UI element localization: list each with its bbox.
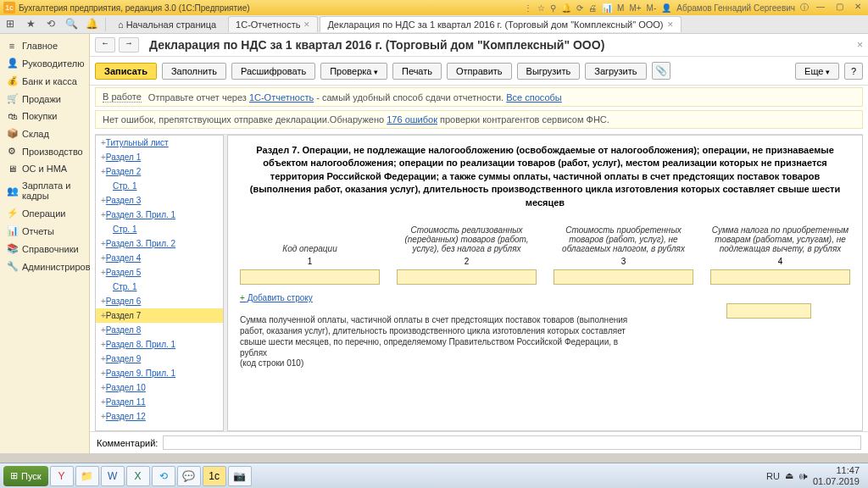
task-icon[interactable]: 📁 <box>75 466 99 486</box>
apps-icon[interactable]: ⊞ <box>3 18 17 31</box>
send-button[interactable]: Отправить <box>447 63 512 80</box>
info-icon[interactable]: ⓘ <box>800 2 809 14</box>
section-item[interactable]: Стр. 1 <box>96 222 223 236</box>
sidebar-item[interactable]: 👥Зарплата и кадры <box>0 177 89 204</box>
export-button[interactable]: Выгрузить <box>517 63 581 80</box>
import-button[interactable]: Загрузить <box>585 63 646 80</box>
windows-taskbar: ⊞Пуск Y 📁 W X ⟲ 💬 1c 📷 RU ⏏ 🕪 11:47 01.0… <box>0 463 868 488</box>
sidebar-item[interactable]: 👤Руководителю <box>0 54 89 72</box>
sections-tree: Титульный листРаздел 1Раздел 2Стр. 1Разд… <box>95 135 224 431</box>
task-icon[interactable]: W <box>101 466 125 486</box>
window-title: Бухгалтерия предприятия, редакция 3.0 (1… <box>19 3 250 13</box>
col-input[interactable] <box>397 269 537 285</box>
icon[interactable]: ⚲ <box>550 3 556 13</box>
sidebar-item[interactable]: 📦Склад <box>0 125 89 142</box>
close-page-button[interactable]: × <box>857 39 863 51</box>
icon[interactable]: 🔔 <box>561 3 571 13</box>
sidebar-item[interactable]: 🛍Покупки <box>0 108 89 125</box>
close-icon[interactable]: ✕ <box>667 20 674 29</box>
attach-button[interactable]: 📎 <box>652 62 670 80</box>
print-button[interactable]: Печать <box>392 63 442 80</box>
section-item[interactable]: Раздел 1 <box>96 150 223 164</box>
section-item[interactable]: Стр. 1 <box>96 179 223 193</box>
task-icon[interactable]: X <box>126 466 150 486</box>
back-button[interactable]: ← <box>95 37 115 53</box>
more-button[interactable]: Еще <box>795 63 839 80</box>
sidebar-item[interactable]: 📊Отчеты <box>0 222 89 240</box>
maximize-button[interactable]: ▢ <box>832 2 846 14</box>
minimize-button[interactable]: — <box>814 2 827 14</box>
col-input[interactable] <box>710 269 850 285</box>
check-button[interactable]: Проверка <box>320 63 387 80</box>
write-button[interactable]: Записать <box>95 63 157 80</box>
sidebar-item[interactable]: ⚙Производство <box>0 142 89 160</box>
close-button[interactable]: ✕ <box>851 2 865 14</box>
section-item[interactable]: Раздел 7 <box>96 308 223 323</box>
user-icon[interactable]: 👤 <box>661 3 671 13</box>
sidebar-item[interactable]: 🔧Администрирование <box>0 258 89 275</box>
tray-icon[interactable]: 🕪 <box>798 471 808 481</box>
icon[interactable]: 📊 <box>602 3 612 13</box>
icon[interactable]: ⟳ <box>576 3 583 13</box>
add-row-link[interactable]: Добавить строку <box>240 293 850 302</box>
user-name[interactable]: Абрамов Геннадий Сергеевич <box>676 3 795 13</box>
section-item[interactable]: Раздел 8. Прил. 1 <box>96 337 223 352</box>
sidebar-item[interactable]: ⚡Операции <box>0 204 89 222</box>
task-icon[interactable]: 💬 <box>177 466 201 486</box>
sum-input[interactable] <box>726 303 811 319</box>
section-item[interactable]: Раздел 9 <box>96 352 223 366</box>
status-tag[interactable]: В работе <box>103 92 142 103</box>
section-item[interactable]: Раздел 3 <box>96 193 223 208</box>
forward-button[interactable]: → <box>119 37 139 53</box>
section-item[interactable]: Раздел 11 <box>96 395 223 409</box>
icon[interactable]: M- <box>647 3 657 13</box>
section-item[interactable]: Раздел 10 <box>96 380 223 395</box>
tray-icon[interactable]: ⏏ <box>785 470 793 481</box>
clock[interactable]: 11:47 01.07.2019 <box>813 465 860 485</box>
star-icon[interactable]: ★ <box>24 18 37 31</box>
report-link[interactable]: 1С-Отчетность <box>249 92 314 103</box>
task-icon[interactable]: ⟲ <box>152 466 175 486</box>
section-item[interactable]: Раздел 8 <box>96 323 223 337</box>
icon[interactable]: M <box>617 3 624 13</box>
lang-indicator[interactable]: RU <box>766 471 780 481</box>
section-item[interactable]: Раздел 9. Прил. 1 <box>96 366 223 380</box>
history-icon[interactable]: ⟲ <box>44 18 58 31</box>
errors-link[interactable]: 176 ошибок <box>387 114 437 125</box>
task-icon[interactable]: Y <box>50 466 74 486</box>
sidebar-item[interactable]: 💰Банк и касса <box>0 72 89 90</box>
section-item[interactable]: Раздел 5 <box>96 265 223 280</box>
section-item[interactable]: Раздел 12 <box>96 409 223 424</box>
home-link[interactable]: ⌂Начальная страница <box>113 18 221 31</box>
icon[interactable]: M+ <box>629 3 641 13</box>
decode-button[interactable]: Расшифровать <box>231 63 315 80</box>
section-item[interactable]: Раздел 4 <box>96 251 223 265</box>
icon[interactable]: 🖨 <box>588 3 597 13</box>
sidebar-item[interactable]: ≡Главное <box>0 37 89 54</box>
tab-declaration[interactable]: Декларация по НДС за 1 квартал 2016 г. (… <box>320 16 681 32</box>
comment-input[interactable] <box>163 435 861 450</box>
task-icon[interactable]: 1c <box>203 466 226 486</box>
task-icon[interactable]: 📷 <box>228 466 252 486</box>
icon[interactable]: ⋮ <box>524 3 532 13</box>
section-item[interactable]: Стр. 1 <box>96 280 223 294</box>
sidebar-item[interactable]: 🛒Продажи <box>0 90 89 108</box>
fill-button[interactable]: Заполнить <box>162 63 226 80</box>
tab-1c-report[interactable]: 1С-Отчетность✕ <box>228 16 318 32</box>
section-item[interactable]: Раздел 3. Прил. 1 <box>96 208 223 222</box>
sidebar-item[interactable]: 📚Справочники <box>0 240 89 258</box>
section-item[interactable]: Раздел 3. Прил. 2 <box>96 236 223 251</box>
section-item[interactable]: Титульный лист <box>96 136 223 150</box>
close-icon[interactable]: ✕ <box>303 20 310 29</box>
section-item[interactable]: Раздел 2 <box>96 164 223 179</box>
search-icon[interactable]: 🔍 <box>64 18 78 31</box>
section-item[interactable]: Раздел 6 <box>96 294 223 308</box>
icon[interactable]: ☆ <box>537 3 545 13</box>
bell-icon[interactable]: 🔔 <box>85 18 98 31</box>
help-button[interactable]: ? <box>844 63 863 80</box>
col-input[interactable] <box>240 269 380 285</box>
all-ways-link[interactable]: Все способы <box>506 92 562 103</box>
start-button[interactable]: ⊞Пуск <box>3 466 48 486</box>
sidebar-item[interactable]: 🖥ОС и НМА <box>0 160 89 177</box>
col-input[interactable] <box>554 269 693 285</box>
